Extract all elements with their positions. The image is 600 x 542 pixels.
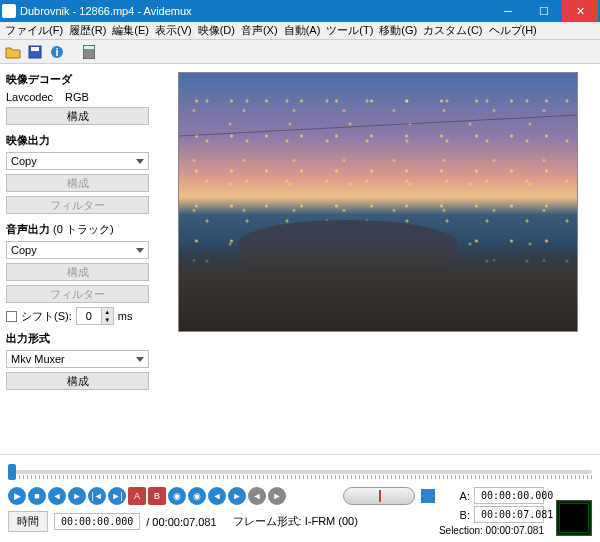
set-marker-b-button[interactable]: B — [148, 487, 166, 505]
a-time: 00:00:00.000 — [474, 487, 544, 504]
playback-controls: ▶ ■ ◄ ► |◄ ►| A B ◉ ◉ ◄ ► ◄ ► — [8, 487, 435, 505]
total-time: / 00:00:07.081 — [146, 516, 216, 528]
goto-start-button[interactable]: ◉ — [168, 487, 186, 505]
open-icon[interactable] — [4, 43, 22, 61]
video-out-select[interactable]: Copy — [6, 152, 149, 170]
svg-rect-5 — [84, 46, 94, 49]
menu-auto[interactable]: 自動(A) — [281, 23, 324, 38]
video-out-title: 映像出力 — [6, 133, 149, 148]
goto-b-button[interactable]: ► — [268, 487, 286, 505]
goto-a-button[interactable]: ◄ — [248, 487, 266, 505]
scope-monitor — [556, 500, 592, 536]
video-preview[interactable] — [178, 72, 578, 332]
goto-end-button[interactable]: ◉ — [188, 487, 206, 505]
shift-checkbox[interactable] — [6, 311, 17, 322]
menu-custom[interactable]: カスタム(C) — [420, 23, 485, 38]
a-label: A: — [460, 490, 470, 502]
format-configure-button[interactable]: 構成 — [6, 372, 149, 390]
video-filter-button[interactable]: フィルター — [6, 196, 149, 214]
menu-edit[interactable]: 編集(E) — [109, 23, 152, 38]
audio-filter-button[interactable]: フィルター — [6, 285, 149, 303]
prev-keyframe-button[interactable]: |◄ — [88, 487, 106, 505]
decoder-info: Lavcodec RGB — [6, 91, 149, 103]
app-icon — [2, 4, 16, 18]
menu-video[interactable]: 映像(D) — [195, 23, 238, 38]
menu-view[interactable]: 表示(V) — [152, 23, 195, 38]
chevron-down-icon — [136, 248, 144, 253]
svg-text:i: i — [55, 46, 58, 58]
minimize-button[interactable]: ─ — [490, 0, 526, 22]
time-button[interactable]: 時間 — [8, 511, 48, 532]
b-time: 00:00:07.081 — [474, 506, 544, 523]
current-time[interactable]: 00:00:00.000 — [54, 513, 140, 530]
next-keyframe-button[interactable]: ►| — [108, 487, 126, 505]
close-button[interactable]: ✕ — [562, 0, 598, 22]
decoder-configure-button[interactable]: 構成 — [6, 107, 149, 125]
format-title: 出力形式 — [6, 331, 149, 346]
shift-row: シフト(S): ▲▼ ms — [6, 307, 149, 325]
save-icon[interactable] — [26, 43, 44, 61]
b-label: B: — [460, 509, 470, 521]
reset-jog-button[interactable] — [421, 489, 435, 503]
frame-type: フレーム形式: I-FRM (00) — [233, 514, 358, 529]
titlebar: Dubrovnik - 12866.mp4 - Avidemux ─ ☐ ✕ — [0, 0, 600, 22]
decoder-color: RGB — [65, 91, 89, 103]
spinner-down-icon[interactable]: ▼ — [101, 316, 113, 324]
next-frame-button[interactable]: ► — [68, 487, 86, 505]
video-configure-button[interactable]: 構成 — [6, 174, 149, 192]
decoder-codec: Lavcodec — [6, 91, 53, 103]
time-info-row: 時間 00:00:00.000 / 00:00:07.081 フレーム形式: I… — [8, 511, 435, 532]
shift-label: シフト(S): — [21, 309, 72, 324]
preview-area — [155, 64, 600, 454]
shift-unit: ms — [118, 310, 133, 322]
timeline-slider[interactable] — [8, 461, 592, 483]
menu-file[interactable]: ファイル(F) — [2, 23, 66, 38]
next-black-button[interactable]: ► — [228, 487, 246, 505]
format-select[interactable]: Mkv Muxer — [6, 350, 149, 368]
content-area: 映像デコーダ Lavcodec RGB 構成 映像出力 Copy 構成 フィルタ… — [0, 64, 600, 454]
decoder-title: 映像デコーダ — [6, 72, 149, 87]
chevron-down-icon — [136, 159, 144, 164]
svg-rect-1 — [31, 47, 39, 51]
jog-wheel[interactable] — [343, 487, 415, 505]
slider-thumb[interactable] — [8, 464, 16, 480]
info-icon[interactable]: i — [48, 43, 66, 61]
audio-out-select[interactable]: Copy — [6, 241, 149, 259]
calculator-icon[interactable] — [80, 43, 98, 61]
ab-markers: A:00:00:00.000 B:00:00:07.081 Selection:… — [439, 487, 544, 536]
prev-frame-button[interactable]: ◄ — [48, 487, 66, 505]
audio-out-title: 音声出力 (0 トラック) — [6, 222, 149, 237]
audio-configure-button[interactable]: 構成 — [6, 263, 149, 281]
shift-spinner[interactable]: ▲▼ — [76, 307, 114, 325]
menu-move[interactable]: 移動(G) — [376, 23, 420, 38]
menubar: ファイル(F) 履歴(R) 編集(E) 表示(V) 映像(D) 音声(X) 自動… — [0, 22, 600, 40]
menu-tool[interactable]: ツール(T) — [323, 23, 376, 38]
stop-button[interactable]: ■ — [28, 487, 46, 505]
prev-black-button[interactable]: ◄ — [208, 487, 226, 505]
spinner-up-icon[interactable]: ▲ — [101, 308, 113, 316]
bottom-panel: ▶ ■ ◄ ► |◄ ►| A B ◉ ◉ ◄ ► ◄ ► 時間 — [0, 454, 600, 542]
set-marker-a-button[interactable]: A — [128, 487, 146, 505]
toolbar: i — [0, 40, 600, 64]
window-title: Dubrovnik - 12866.mp4 - Avidemux — [20, 5, 490, 17]
chevron-down-icon — [136, 357, 144, 362]
selection-duration: Selection: 00:00:07.081 — [439, 525, 544, 536]
menu-history[interactable]: 履歴(R) — [66, 23, 109, 38]
maximize-button[interactable]: ☐ — [526, 0, 562, 22]
menu-help[interactable]: ヘルプ(H) — [486, 23, 540, 38]
menu-audio[interactable]: 音声(X) — [238, 23, 281, 38]
sidebar: 映像デコーダ Lavcodec RGB 構成 映像出力 Copy 構成 フィルタ… — [0, 64, 155, 454]
shift-input[interactable] — [77, 308, 101, 324]
play-button[interactable]: ▶ — [8, 487, 26, 505]
